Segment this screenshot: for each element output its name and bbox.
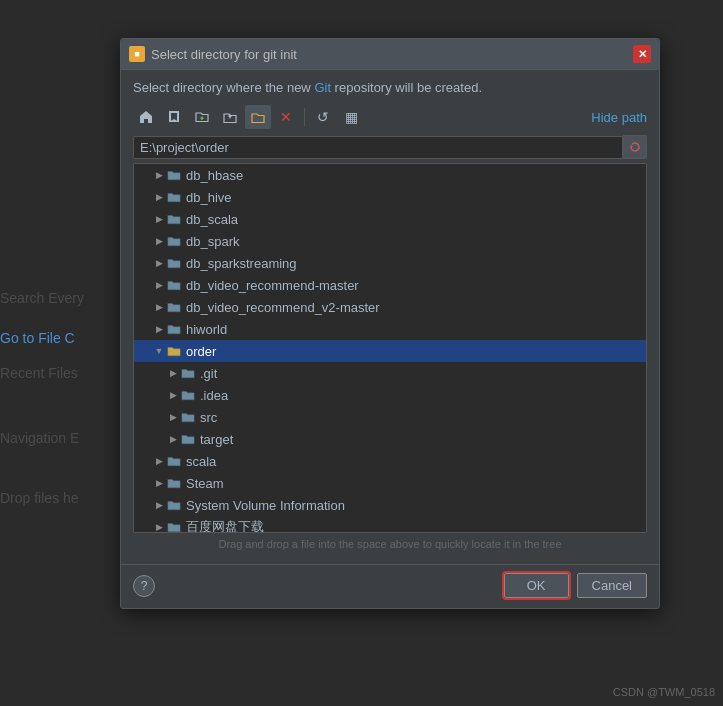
git-word: Git [314,80,331,95]
expand-arrow: ▶ [152,454,166,468]
tree-item[interactable]: ▶ db_sparkstreaming [134,252,646,274]
home-button[interactable] [133,105,159,129]
folder-icon [166,190,182,204]
folder-icon [166,454,182,468]
bg-search-text: Search Every [0,290,84,306]
expand-arrow: ▶ [152,520,166,533]
delete-button[interactable]: ✕ [273,105,299,129]
tree-view-button[interactable]: ▦ [338,105,364,129]
item-name: order [186,344,216,359]
dialog-app-icon: ■ [129,46,145,62]
toolbar-separator [304,108,305,126]
folder-icon [166,278,182,292]
tree-item[interactable]: ▶ db_hbase [134,164,646,186]
collapse-arrow: ▼ [152,344,166,358]
expand-arrow: ▶ [166,366,180,380]
folder-icon [180,366,196,380]
item-name: db_hbase [186,168,243,183]
folder-icon [166,498,182,512]
tree-item[interactable]: ▶ db_hive [134,186,646,208]
item-name: Steam [186,476,224,491]
svg-rect-1 [169,111,171,122]
item-name: scala [186,454,216,469]
toolbar: ✕ ↺ ▦ Hide path [133,105,647,129]
expand-arrow: ▶ [152,476,166,490]
item-name: db_video_recommend_v2-master [186,300,380,315]
select-directory-dialog: ■ Select directory for git init ✕ Select… [120,38,660,609]
file-tree[interactable]: ▶ db_hbase ▶ db_hive ▶ db_scala ▶ db_spa… [133,163,647,533]
tree-item[interactable]: ▶ target [134,428,646,450]
expand-arrow: ▶ [152,498,166,512]
item-name: 百度网盘下载 [186,518,264,533]
folder-icon [166,520,182,533]
refresh-button[interactable]: ↺ [310,105,336,129]
expand-arrow: ▶ [152,256,166,270]
folder-link-button[interactable] [245,105,271,129]
title-left: ■ Select directory for git init [129,46,297,62]
close-button[interactable]: ✕ [633,45,651,63]
path-refresh-button[interactable] [623,135,647,159]
item-name: System Volume Information [186,498,345,513]
path-input[interactable] [133,136,623,159]
help-button[interactable]: ? [133,575,155,597]
dialog-subtitle: Select directory where the new Git repos… [133,80,647,95]
tree-item[interactable]: ▶ src [134,406,646,428]
tree-item[interactable]: ▼ order [134,340,646,362]
expand-arrow: ▶ [166,432,180,446]
folder-icon [180,410,196,424]
item-name: db_sparkstreaming [186,256,297,271]
expand-arrow: ▶ [152,234,166,248]
dialog-body: Select directory where the new Git repos… [121,70,659,564]
tree-item[interactable]: ▶ db_spark [134,230,646,252]
dialog-title-bar: ■ Select directory for git init ✕ [121,39,659,70]
tree-item[interactable]: ▶ 百度网盘下载 [134,516,646,533]
ok-button[interactable]: OK [504,573,569,598]
bg-nav-text: Navigation E [0,430,79,446]
folder-icon [166,212,182,226]
svg-rect-2 [177,111,179,122]
tree-item[interactable]: ▶ db_video_recommend-master [134,274,646,296]
new-folder-button[interactable] [189,105,215,129]
drag-hint: Drag and drop a file into the space abov… [133,533,647,554]
dialog-title: Select directory for git init [151,47,297,62]
folder-icon [166,256,182,270]
folder-icon [180,432,196,446]
folder-icon [166,300,182,314]
item-name: db_scala [186,212,238,227]
expand-arrow: ▶ [152,190,166,204]
bg-recent-text: Recent Files [0,365,78,381]
item-name: db_video_recommend-master [186,278,359,293]
item-name: db_hive [186,190,232,205]
move-up-button[interactable] [217,105,243,129]
tree-item[interactable]: ▶ System Volume Information [134,494,646,516]
hide-path-button[interactable]: Hide path [591,110,647,125]
tree-item[interactable]: ▶ hiworld [134,318,646,340]
expand-arrow: ▶ [152,300,166,314]
folder-icon [166,168,182,182]
tree-item[interactable]: ▶ db_video_recommend_v2-master [134,296,646,318]
expand-arrow: ▶ [166,388,180,402]
item-name: hiworld [186,322,227,337]
item-name: .git [200,366,217,381]
folder-icon [166,344,182,358]
bookmark-button[interactable] [161,105,187,129]
expand-arrow: ▶ [152,168,166,182]
item-name: .idea [200,388,228,403]
expand-arrow: ▶ [152,212,166,226]
tree-item[interactable]: ▶ Steam [134,472,646,494]
folder-icon [166,322,182,336]
cancel-button[interactable]: Cancel [577,573,647,598]
expand-arrow: ▶ [152,322,166,336]
folder-icon [166,234,182,248]
bg-goto-text: Go to File C [0,330,75,346]
item-name: db_spark [186,234,239,249]
tree-item[interactable]: ▶ .git [134,362,646,384]
folder-icon [166,476,182,490]
dialog-footer: ? OK Cancel [121,564,659,608]
tree-item[interactable]: ▶ scala [134,450,646,472]
tree-item[interactable]: ▶ .idea [134,384,646,406]
tree-item[interactable]: ▶ db_scala [134,208,646,230]
item-name: target [200,432,233,447]
expand-arrow: ▶ [166,410,180,424]
bg-drop-text: Drop files he [0,490,79,506]
